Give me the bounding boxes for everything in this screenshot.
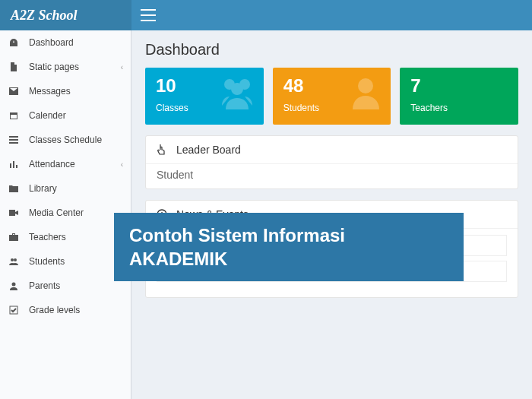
user-icon (9, 281, 23, 290)
sidebar-item-parents[interactable]: Parents (0, 274, 131, 298)
sidebar-item-attendance[interactable]: Attendance ‹ (0, 152, 131, 176)
pointer-icon (157, 144, 169, 156)
card-students[interactable]: 48 Students (273, 68, 391, 125)
svg-point-9 (358, 78, 373, 93)
sidebar-item-messages[interactable]: Messages (0, 79, 131, 103)
envelope-icon (9, 87, 23, 95)
sidebar-item-library[interactable]: Library (0, 176, 131, 201)
sidebar-item-label: Dashboard (29, 37, 74, 48)
panel-title: Leader Board (176, 144, 241, 156)
folder-icon (9, 185, 23, 192)
sidebar-item-static-pages[interactable]: Static pages ‹ (0, 55, 131, 79)
chevron-left-icon: ‹ (121, 160, 123, 169)
overlay-line1: Contoh Sistem Informasi (129, 223, 448, 247)
panel-header: Leader Board (146, 136, 518, 164)
svg-point-2 (11, 258, 14, 261)
sidebar-item-label: Messages (29, 86, 71, 97)
sidebar-item-label: Static pages (29, 62, 79, 72)
card-number: 7 (410, 75, 508, 97)
sidebar-item-label: Attendance (29, 159, 75, 169)
check-icon (9, 306, 23, 315)
chevron-left-icon: ‹ (121, 63, 123, 71)
sidebar-item-grade-levels[interactable]: Grade levels (0, 298, 131, 322)
svg-point-8 (231, 83, 243, 95)
sidebar-item-label: Teachers (29, 232, 66, 242)
stat-cards: 10 Classes 48 Students 7 Teachers (145, 68, 518, 125)
dashboard-icon (9, 38, 23, 47)
card-teachers[interactable]: 7 Teachers (400, 68, 518, 125)
topbar (131, 0, 532, 30)
svg-rect-1 (11, 115, 17, 119)
list-icon (9, 136, 23, 144)
sidebar: Dashboard Static pages ‹ Messages Calend… (0, 30, 131, 399)
briefcase-icon (9, 233, 23, 241)
menu-toggle-icon[interactable] (141, 9, 156, 21)
app-logo[interactable]: A2Z School (0, 0, 131, 30)
sidebar-item-students[interactable]: Students (0, 249, 131, 274)
sidebar-item-label: Parents (29, 280, 60, 291)
sidebar-item-label: Calender (29, 110, 66, 121)
sidebar-item-label: Media Center (29, 207, 84, 218)
chart-icon (9, 160, 23, 169)
sidebar-item-calendar[interactable]: Calender (0, 103, 131, 128)
sidebar-item-label: Classes Schedule (29, 135, 102, 145)
leader-board-panel: Leader Board Student (145, 135, 518, 189)
card-label: Teachers (410, 103, 508, 113)
sidebar-item-media-center[interactable]: Media Center (0, 201, 131, 225)
sidebar-item-label: Library (29, 183, 57, 194)
card-classes[interactable]: 10 Classes (145, 68, 264, 125)
overlay-banner: Contoh Sistem Informasi AKADEMIK (114, 213, 464, 281)
calendar-icon (9, 111, 23, 120)
leader-board-sub: Student (146, 164, 518, 188)
svg-point-4 (12, 283, 16, 287)
file-icon (9, 62, 23, 71)
users-group-icon (218, 75, 256, 109)
video-icon (9, 209, 23, 217)
sidebar-item-classes-schedule[interactable]: Classes Schedule (0, 128, 131, 152)
page-title: Dashboard (145, 41, 518, 59)
svg-point-3 (14, 258, 17, 261)
sidebar-item-teachers[interactable]: Teachers (0, 225, 131, 249)
user-icon (349, 75, 383, 109)
sidebar-item-label: Grade levels (29, 305, 80, 315)
overlay-line2: AKADEMIK (129, 247, 448, 271)
users-icon (9, 258, 23, 265)
sidebar-item-label: Students (29, 256, 65, 267)
sidebar-item-dashboard[interactable]: Dashboard (0, 30, 131, 55)
